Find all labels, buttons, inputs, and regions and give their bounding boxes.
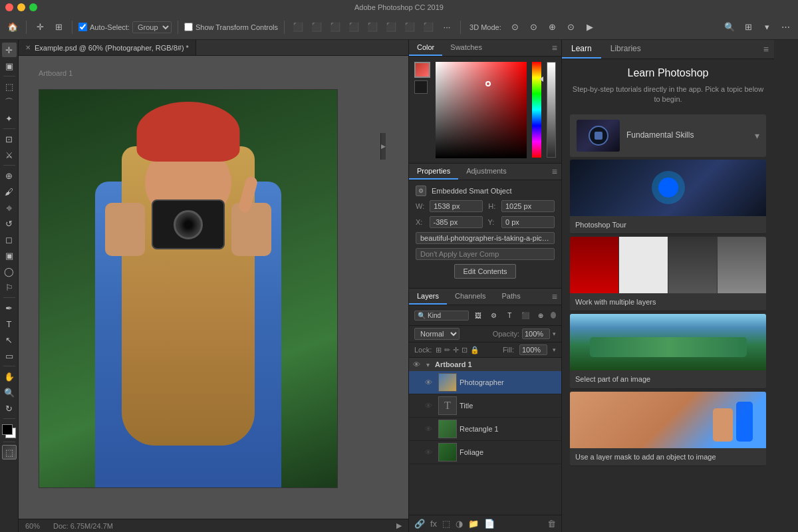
search-icon[interactable]: 🔍: [722, 20, 737, 35]
tab-properties[interactable]: Properties: [409, 164, 458, 180]
lock-brush-icon[interactable]: ✏: [444, 346, 450, 354]
color-gradient[interactable]: [436, 62, 527, 158]
x-field[interactable]: [430, 216, 483, 228]
3d-icon1[interactable]: ⊙: [508, 20, 523, 35]
distribute-icon2[interactable]: ⬛: [402, 20, 417, 35]
layers-menu[interactable]: ≡: [552, 291, 557, 302]
delete-layer-icon[interactable]: 🗑: [547, 519, 556, 529]
align-left-icon[interactable]: ⬛: [291, 20, 305, 35]
layer-filter-icon3[interactable]: T: [504, 308, 516, 323]
align-icon2[interactable]: ⬛: [346, 20, 361, 35]
history-tool[interactable]: ↺: [2, 216, 17, 231]
tab-color[interactable]: Color: [409, 40, 442, 56]
tutorial-card-photoshop-tour[interactable]: Photoshop Tour: [570, 160, 766, 234]
type-tool[interactable]: T: [2, 317, 17, 331]
document-tab[interactable]: ✕ Example.psd @ 60% (Photographer, RGB/8…: [19, 40, 196, 55]
quick-mask-tool[interactable]: ⬚: [2, 445, 17, 460]
lock-artboard-icon[interactable]: ⊡: [462, 346, 467, 354]
layer-filter-icon1[interactable]: 🖼: [473, 308, 485, 323]
alpha-slider[interactable]: [547, 62, 556, 158]
artboard-row[interactable]: 👁 ▾ Artboard 1: [409, 358, 561, 371]
align-right-icon[interactable]: ⬛: [328, 20, 342, 35]
tab-paths[interactable]: Paths: [494, 289, 529, 305]
layer-filter-icon5[interactable]: ⊕: [535, 308, 547, 323]
3d-icon4[interactable]: ⊙: [564, 20, 579, 35]
transform-icon[interactable]: ⊞: [51, 20, 66, 35]
layer-filter-icon2[interactable]: ⚙: [488, 308, 500, 323]
new-layer-icon[interactable]: 📄: [484, 519, 495, 529]
maximize-button[interactable]: [29, 3, 37, 11]
artboard-tool[interactable]: ▣: [2, 59, 17, 73]
layer-row-title[interactable]: 👁 T Title: [409, 394, 561, 418]
minimize-button[interactable]: [17, 3, 25, 11]
new-group-icon[interactable]: 📁: [468, 519, 479, 529]
lock-checkerboard-icon[interactable]: ⊞: [436, 346, 442, 354]
3d-icon3[interactable]: ⊕: [545, 20, 560, 35]
edit-contents-button[interactable]: Edit Contents: [454, 264, 515, 279]
title-eye-icon[interactable]: 👁: [425, 402, 436, 410]
tab-adjustments[interactable]: Adjustments: [458, 164, 515, 180]
path-tool[interactable]: ↖: [2, 332, 17, 347]
hue-slider[interactable]: [532, 62, 541, 158]
tutorial-card-mask[interactable]: Use a layer mask to add an object to ima…: [570, 392, 766, 466]
zoom-tool[interactable]: 🔍: [2, 385, 17, 400]
blur-tool[interactable]: ◯: [2, 264, 17, 279]
layer-effects-icon[interactable]: fx: [430, 519, 437, 529]
slice-tool[interactable]: ⚔: [2, 148, 17, 162]
hand-tool[interactable]: ✋: [2, 369, 17, 384]
group-select[interactable]: Group Layer: [133, 22, 171, 33]
home-icon[interactable]: 🏠: [5, 20, 20, 35]
magic-wand-tool[interactable]: ✦: [2, 111, 17, 126]
align-icon3[interactable]: ⬛: [365, 20, 380, 35]
layer-mask-icon[interactable]: ⬚: [442, 519, 450, 529]
foreground-swatch[interactable]: [414, 62, 430, 78]
foreground-color-swatch[interactable]: [2, 424, 13, 435]
learn-panel-menu[interactable]: ≡: [763, 44, 769, 55]
opacity-arrow[interactable]: ▾: [553, 331, 556, 337]
lock-move-icon[interactable]: ✛: [453, 346, 459, 354]
auto-select-checkbox[interactable]: [78, 23, 87, 31]
blend-mode-select[interactable]: Normal Multiply Screen: [414, 328, 460, 340]
color-picker-dot[interactable]: [485, 81, 491, 86]
artboard-eye-icon[interactable]: 👁: [413, 360, 424, 368]
canvas-workspace[interactable]: Artboard 1: [19, 56, 408, 519]
move-tool[interactable]: ✛: [2, 43, 17, 57]
move-icon[interactable]: ✛: [33, 20, 47, 35]
rotate-view-tool[interactable]: ↻: [2, 401, 17, 416]
marquee-tool[interactable]: ⬚: [2, 79, 17, 94]
tutorial-card-select[interactable]: Select part of an image: [570, 314, 766, 388]
properties-menu[interactable]: ≡: [552, 166, 557, 177]
layers-search-box[interactable]: 🔍 Kind: [414, 311, 469, 321]
group-select-dropdown[interactable]: Group Layer: [132, 21, 172, 33]
brush-tool[interactable]: 🖌: [2, 184, 17, 199]
dodge-tool[interactable]: ⚐: [2, 280, 17, 295]
h-field[interactable]: [501, 200, 555, 212]
more-icon[interactable]: ···: [440, 20, 454, 35]
tab-channels[interactable]: Channels: [447, 289, 493, 305]
fundamental-skills-header[interactable]: Fundamental Skills ▾: [570, 114, 766, 157]
rect-eye-icon[interactable]: 👁: [425, 425, 436, 433]
foliage-eye-icon[interactable]: 👁: [425, 448, 436, 456]
3d-icon5[interactable]: ▶: [583, 20, 597, 35]
crop-tool[interactable]: ⊡: [2, 132, 17, 146]
layer-row-photographer[interactable]: 👁 Photographer: [409, 371, 561, 394]
background-swatch[interactable]: [414, 80, 428, 94]
link-layers-icon[interactable]: 🔗: [414, 519, 425, 529]
close-button[interactable]: [5, 3, 13, 11]
distribute-icon[interactable]: ⬛: [384, 20, 398, 35]
distribute-icon3[interactable]: ⬛: [421, 20, 436, 35]
stamp-tool[interactable]: ⎆: [2, 200, 17, 215]
3d-icon2[interactable]: ⊙: [527, 20, 541, 35]
align-center-icon[interactable]: ⬛: [309, 20, 324, 35]
y-field[interactable]: [501, 216, 555, 228]
foreground-color[interactable]: [2, 424, 17, 439]
lasso-tool[interactable]: ⌒: [2, 95, 17, 110]
color-panel-menu[interactable]: ≡: [552, 43, 557, 53]
gradient-tool[interactable]: ▣: [2, 248, 17, 263]
settings-icon[interactable]: ⋯: [778, 20, 793, 35]
tab-libraries[interactable]: Libraries: [601, 40, 650, 59]
artboard-collapse-icon[interactable]: ▾: [426, 361, 430, 368]
color-picker[interactable]: [436, 62, 527, 158]
photographer-eye-icon[interactable]: 👁: [425, 378, 436, 386]
tab-layers[interactable]: Layers: [409, 289, 447, 305]
